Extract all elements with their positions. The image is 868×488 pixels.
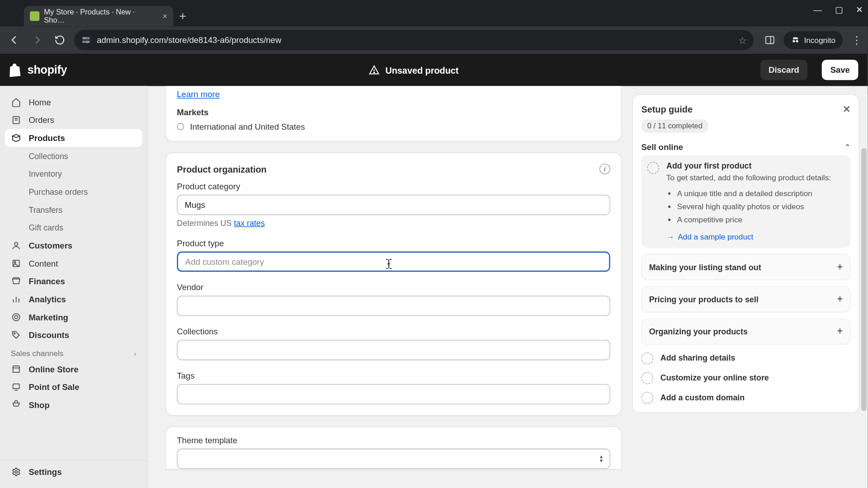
theme-template-select[interactable]: ▲▼ [177, 449, 610, 469]
step-status-icon [647, 162, 659, 174]
sell-online-section[interactable]: Sell online ⌃ [642, 142, 851, 152]
svg-point-20 [14, 315, 18, 319]
sidebar-label: Customers [28, 241, 72, 250]
vendor-input[interactable] [177, 296, 610, 316]
guide-collapsed-listing[interactable]: Making your listing stand out+ [642, 254, 851, 280]
theme-template-label: Theme template [177, 436, 610, 445]
step-bullet: Several high quality photos or videos [677, 200, 831, 213]
bookmark-star-icon[interactable]: ☆ [738, 34, 747, 46]
tab-title: My Store · Products · New · Sho… [44, 8, 155, 24]
product-category-input[interactable] [177, 195, 610, 215]
finances-icon [11, 277, 22, 286]
setup-guide-title: Setup guide [642, 104, 693, 114]
shopify-favicon-icon [30, 11, 39, 21]
sidebar-item-marketing[interactable]: Marketing [5, 308, 142, 326]
theme-template-card: Theme template ▲▼ [165, 427, 622, 469]
step-bullet: A unique title and a detailed descriptio… [677, 187, 831, 200]
close-tab-icon[interactable]: × [162, 11, 167, 21]
svg-point-13 [14, 242, 18, 245]
publishing-card: Learn more Markets International and Uni… [165, 86, 622, 141]
browser-reload-button[interactable] [52, 32, 68, 48]
sidebar-item-discounts[interactable]: Discounts [5, 326, 142, 344]
sidebar-item-pos[interactable]: Point of Sale [5, 378, 142, 396]
new-tab-button[interactable]: + [179, 9, 186, 23]
svg-point-3 [86, 41, 88, 43]
sidebar-item-home[interactable]: Home [5, 93, 142, 111]
sidebar-sub-inventory[interactable]: Inventory [5, 165, 142, 183]
svg-point-15 [14, 262, 16, 263]
content-icon [11, 258, 22, 268]
brand-text: shopify [28, 63, 67, 76]
sidebar-label: Point of Sale [28, 382, 79, 392]
sidebar-item-shop[interactable]: Shop [5, 396, 142, 414]
svg-point-7 [796, 40, 798, 42]
window-minimize-icon[interactable]: — [813, 5, 822, 14]
sidebar-label: Finances [28, 277, 65, 286]
sidebar-sub-collections[interactable]: Collections [5, 147, 142, 165]
sidebar-item-customers[interactable]: Customers [5, 237, 142, 255]
sidebar-label: Orders [28, 115, 54, 125]
browser-tab[interactable]: My Store · Products · New · Sho… × [24, 6, 174, 26]
product-type-input[interactable] [177, 252, 610, 272]
svg-rect-4 [766, 37, 774, 44]
site-settings-icon[interactable] [81, 35, 91, 45]
pos-icon [11, 382, 22, 392]
chrome-menu-icon[interactable]: ⋮ [851, 33, 862, 47]
window-maximize-icon[interactable]: ▢ [835, 5, 843, 14]
sidebar-item-finances[interactable]: Finances [5, 272, 142, 291]
incognito-icon [791, 35, 800, 45]
info-icon[interactable]: i [599, 164, 610, 174]
guide-collapsed-pricing[interactable]: Pricing your products to sell+ [642, 286, 851, 313]
svg-rect-23 [13, 384, 19, 389]
step-title: Add your first product [666, 161, 831, 170]
guide-step-add-product[interactable]: Add your first product To get started, a… [642, 155, 851, 249]
guide-step-custom-domain[interactable]: Add a custom domain [642, 392, 851, 404]
product-type-label: Product type [177, 238, 610, 248]
url-bar[interactable]: admin.shopify.com/store/de8143-a6/produc… [74, 30, 754, 50]
discounts-icon [11, 330, 22, 340]
plus-icon: + [837, 326, 843, 337]
window-close-icon[interactable]: ✕ [856, 5, 863, 14]
guide-scrollbar[interactable] [859, 94, 868, 488]
browser-forward-button [28, 32, 45, 48]
side-panel-icon[interactable] [764, 35, 775, 46]
guide-collapsed-organizing[interactable]: Organizing your products+ [642, 319, 851, 345]
svg-point-6 [793, 40, 795, 42]
add-sample-product-link[interactable]: → Add a sample product [666, 233, 753, 242]
shopify-logo[interactable]: shopify [9, 63, 67, 77]
sidebar-item-analytics[interactable]: Analytics [5, 290, 142, 308]
sidebar-sub-gift-cards[interactable]: Gift cards [5, 219, 142, 237]
shop-icon [11, 400, 22, 410]
guide-step-customize-store[interactable]: Customize your online store [642, 372, 851, 385]
sidebar-sub-purchase-orders[interactable]: Purchase orders [5, 183, 142, 201]
select-stepper-icon: ▲▼ [599, 455, 604, 463]
analytics-icon [11, 295, 22, 304]
svg-rect-22 [13, 368, 19, 372]
sales-channels-header[interactable]: Sales channels › [5, 344, 142, 360]
discard-button[interactable]: Discard [760, 60, 808, 80]
sidebar-sub-transfers[interactable]: Transfers [5, 201, 142, 219]
learn-more-link[interactable]: Learn more [177, 86, 220, 104]
step-bullet: A competitive price [677, 213, 831, 226]
sidebar-item-products[interactable]: Products [5, 129, 142, 147]
setup-guide-card: Setup guide ✕ 0 / 11 completed Sell onli… [632, 94, 859, 413]
collections-input[interactable] [177, 340, 610, 360]
browser-back-button[interactable] [6, 32, 23, 48]
svg-point-21 [14, 333, 15, 334]
close-guide-icon[interactable]: ✕ [843, 103, 850, 115]
step-status-icon [642, 372, 653, 384]
card-title: Product organization [177, 164, 266, 174]
tags-input[interactable] [177, 384, 610, 404]
gear-icon [11, 467, 22, 477]
sidebar-item-settings[interactable]: Settings [5, 463, 142, 481]
chevron-right-icon: › [134, 349, 136, 358]
incognito-indicator[interactable]: Incognito [783, 31, 843, 49]
home-icon [11, 97, 22, 107]
guide-step-sharing[interactable]: Add sharing details [642, 352, 851, 365]
sidebar-item-content[interactable]: Content [5, 254, 142, 272]
sidebar-item-orders[interactable]: Orders [5, 111, 142, 129]
save-button[interactable]: Save [822, 60, 858, 80]
tax-rates-link[interactable]: tax rates [234, 219, 264, 228]
customers-icon [11, 241, 22, 250]
sidebar-item-online-store[interactable]: Online Store [5, 360, 142, 378]
